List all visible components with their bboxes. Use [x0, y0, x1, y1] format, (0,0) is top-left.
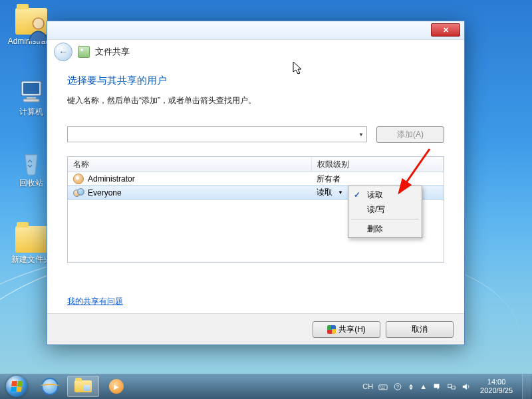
explorer-icon	[74, 380, 92, 392]
col-name[interactable]: 名称	[68, 157, 312, 172]
clock-time: 14:00	[480, 378, 513, 386]
keyboard-icon[interactable]	[378, 382, 388, 391]
row-perm: 所有者	[311, 174, 346, 185]
heading: 选择要与其共享的用户	[67, 74, 444, 87]
add-button[interactable]: 添加(A)	[376, 126, 444, 143]
user-icon	[73, 174, 84, 184]
permission-menu: ✓读取 读/写 删除	[348, 186, 422, 238]
dialog-header: ← 文件共享	[47, 40, 464, 64]
close-button[interactable]: ✕	[431, 23, 460, 37]
network-icon[interactable]	[447, 382, 456, 391]
svg-rect-12	[448, 384, 452, 387]
clock[interactable]: 14:00 2020/9/25	[476, 378, 517, 395]
help-link[interactable]: 我的共享有问题	[67, 296, 123, 307]
options-icon[interactable]	[408, 382, 414, 391]
chevron-down-icon[interactable]: ▼	[356, 127, 366, 142]
dialog-footer: 共享(H) 取消	[47, 313, 464, 344]
volume-icon[interactable]	[462, 382, 471, 391]
table-row[interactable]: Administrator 所有者	[68, 172, 444, 186]
folder-icon	[15, 226, 47, 253]
taskbar-explorer[interactable]	[67, 376, 99, 397]
svg-rect-2	[23, 83, 39, 94]
action-center-icon[interactable]	[432, 382, 442, 391]
ie-icon	[41, 378, 59, 395]
menu-item-remove[interactable]: 删除	[350, 221, 420, 236]
row-name: Administrator	[88, 174, 135, 184]
svg-rect-13	[452, 386, 455, 388]
svg-rect-5	[379, 384, 387, 389]
row-perm: 读取	[317, 187, 332, 198]
help-icon[interactable]: ?	[393, 382, 402, 391]
clock-date: 2020/9/25	[480, 386, 513, 395]
computer-icon	[15, 78, 47, 105]
row-name: Everyone	[88, 188, 122, 198]
recycle-icon	[15, 150, 47, 176]
user-combobox[interactable]: ▼	[67, 126, 367, 142]
dialog-title: 文件共享	[95, 47, 130, 58]
group-icon	[73, 188, 84, 198]
svg-text:?: ?	[396, 384, 399, 389]
file-sharing-dialog: ✕ ← 文件共享 选择要与其共享的用户 键入名称，然后单击“添加”，或者单击箭头…	[47, 21, 465, 345]
chevron-down-icon[interactable]: ▼	[338, 190, 343, 196]
windows-logo-icon	[11, 381, 23, 392]
shield-icon	[327, 325, 336, 334]
svg-point-0	[33, 18, 44, 29]
menu-separator	[351, 219, 419, 219]
folder-icon	[15, 8, 47, 35]
subtext: 键入名称，然后单击“添加”，或者单击箭头查找用户。	[67, 95, 444, 106]
back-button[interactable]: ←	[54, 43, 72, 61]
svg-point-6	[380, 386, 381, 386]
check-icon: ✓	[354, 190, 360, 200]
taskbar-wmp[interactable]	[100, 376, 132, 397]
svg-point-8	[384, 386, 384, 386]
taskbar-ie[interactable]	[34, 376, 66, 397]
svg-rect-4	[23, 99, 39, 102]
menu-item-readwrite[interactable]: 读/写	[350, 202, 420, 217]
col-perm[interactable]: 权限级别	[312, 157, 444, 172]
show-desktop[interactable]	[522, 374, 531, 399]
share-icon	[78, 46, 90, 58]
taskbar: CH ? ▲ 14:00 2020/9/25	[0, 374, 532, 399]
tray-overflow[interactable]: ▲	[420, 382, 427, 390]
menu-item-read[interactable]: ✓读取	[350, 188, 420, 202]
cancel-button[interactable]: 取消	[386, 321, 454, 338]
share-button[interactable]: 共享(H)	[313, 321, 380, 338]
svg-rect-9	[381, 388, 385, 388]
language-indicator[interactable]: CH	[362, 382, 373, 390]
system-tray: CH ? ▲ 14:00 2020/9/25	[362, 374, 532, 399]
start-button[interactable]	[0, 374, 33, 399]
svg-point-7	[382, 386, 383, 386]
titlebar[interactable]: ✕	[47, 21, 464, 40]
media-player-icon	[109, 379, 124, 394]
